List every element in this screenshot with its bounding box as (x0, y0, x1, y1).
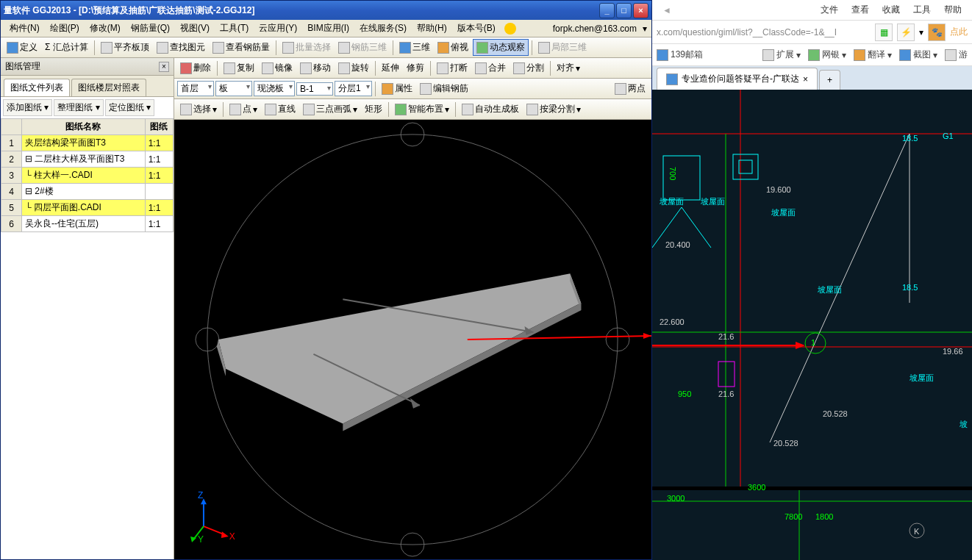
table-row[interactable]: 6吴永良--住宅(五层)1:1 (1, 216, 174, 232)
mail-button[interactable]: 139邮箱 (657, 49, 703, 61)
align-button[interactable]: 对齐 ▾ (554, 60, 583, 76)
mirror-button[interactable]: 镜像 (259, 60, 296, 76)
arc-button[interactable]: 三点画弧 ▾ (300, 101, 360, 117)
menu-view[interactable]: 查看 (851, 4, 869, 16)
beam-split-button[interactable]: 按梁分割 ▾ (523, 101, 584, 117)
go-button[interactable]: ▦ (875, 24, 893, 41)
cast-select[interactable]: 现浇板 (254, 81, 295, 96)
find-element-button[interactable]: 查找图元 (154, 40, 208, 55)
minimize-button[interactable]: _ (599, 3, 615, 18)
select-button[interactable]: 选择 ▾ (177, 101, 220, 117)
url-text[interactable]: x.com/question/giml/list?__ClassCode=-1&… (657, 27, 871, 37)
align-slab-button[interactable]: 平齐板顶 (98, 40, 152, 55)
close-button[interactable]: × (633, 3, 648, 18)
maximize-button[interactable]: □ (616, 3, 632, 18)
break-button[interactable]: 打断 (434, 60, 471, 76)
batch-select-button[interactable]: 批量选择 (279, 40, 334, 55)
tab-close-icon[interactable]: × (803, 74, 808, 85)
type-select[interactable]: 板 (215, 81, 252, 96)
dropdown-icon[interactable]: ▾ (919, 27, 923, 37)
menu-item[interactable]: 工具(T) (215, 21, 253, 36)
menu-item[interactable]: 帮助(H) (412, 21, 451, 36)
viewport[interactable]: 删除 复制 镜像 移动 旋转 延伸 修剪 打断 合并 分割 对齐 ▾ 首层 板 … (174, 58, 651, 559)
orbit-button[interactable]: 动态观察 (473, 39, 529, 56)
line-button[interactable]: 直线 (262, 101, 299, 117)
emoji-icon[interactable] (504, 23, 516, 35)
rebar-qty-button[interactable]: 查看钢筋量 (210, 40, 273, 55)
menu-item[interactable]: 修改(M) (85, 21, 125, 36)
rotate-button[interactable]: 旋转 (335, 60, 372, 76)
local-3d-button[interactable]: 局部三维 (535, 40, 590, 55)
new-tab-button[interactable]: + (819, 70, 840, 90)
organize-drawing-button[interactable]: 整理图纸 ▾ (54, 99, 103, 116)
menu-item[interactable]: 绘图(P) (46, 21, 84, 36)
props-button[interactable]: 属性 (379, 81, 415, 96)
trim-button[interactable]: 修剪 (404, 60, 427, 76)
define-icon (7, 42, 18, 54)
dropdown-icon[interactable]: ▾ (643, 24, 647, 34)
code-select[interactable]: B-1 (296, 82, 333, 96)
menu-fav[interactable]: 收藏 (882, 4, 900, 16)
arrow-left-icon[interactable]: ◄ (662, 5, 671, 15)
edit-rebar-button[interactable]: 编辑钢筋 (417, 81, 471, 96)
menu-item[interactable]: 构件(N) (5, 21, 44, 36)
delete-button[interactable]: 删除 (177, 60, 214, 76)
split-button[interactable]: 分割 (510, 60, 547, 76)
point-button[interactable]: 点 ▾ (226, 101, 260, 117)
cad-viewer[interactable]: 18.5 G1 700 坡屋面 坡屋面 坡屋面 19.600 20.400 坡屋… (652, 90, 972, 560)
table-row[interactable]: 4⊟ 2#楼 (1, 184, 174, 200)
bank-button[interactable]: 网银 ▾ (808, 49, 846, 61)
game-button[interactable]: 游 (945, 49, 968, 61)
twopoint-button[interactable]: 两点 (612, 81, 648, 96)
grid-header: 图纸名称 图纸 (1, 119, 174, 135)
menu-tools[interactable]: 工具 (913, 4, 931, 16)
user-email[interactable]: forpk.chen@163.com (548, 22, 641, 35)
view-3d-button[interactable]: 三维 (396, 40, 433, 55)
viewport-toolbar-3: 选择 ▾ 点 ▾ 直线 三点画弧 ▾ 矩形 智能布置 ▾ 自动生成板 按梁分割 … (174, 99, 651, 120)
smart-layout-button[interactable]: 智能布置 ▾ (392, 101, 452, 117)
menu-item[interactable]: 视图(V) (176, 21, 214, 36)
menu-item[interactable]: 在线服务(S) (355, 21, 411, 36)
3d-canvas[interactable]: Z X Y (174, 120, 651, 559)
tab-file-list[interactable]: 图纸文件列表 (4, 79, 70, 96)
sidebar-close-button[interactable]: × (159, 62, 169, 72)
screenshot-button[interactable]: 截图 ▾ (899, 49, 937, 61)
drawing-grid[interactable]: 图纸名称 图纸 1夹层结构梁平面图T31:1 2⊟ 二层柱大样及平面图T31:1… (1, 118, 174, 559)
merge-button[interactable]: 合并 (472, 60, 509, 76)
browser-tab[interactable]: 专业造价问题答疑平台-广联达 × (657, 68, 818, 90)
extensions-button[interactable]: 扩展 ▾ (762, 49, 801, 61)
rebar-3d-button[interactable]: 钢筋三维 (335, 40, 390, 55)
dim-label: 3000 (667, 494, 685, 503)
menu-item[interactable]: 云应用(Y) (254, 21, 301, 36)
top-view-button[interactable]: 俯视 (435, 40, 471, 55)
menu-help[interactable]: 帮助 (944, 4, 962, 16)
paw-icon[interactable]: 🐾 (928, 24, 946, 41)
translate-button[interactable]: 翻译 ▾ (854, 49, 892, 61)
floor-select[interactable]: 首层 (177, 81, 214, 96)
menu-file[interactable]: 文件 (821, 4, 838, 16)
autogen-button[interactable]: 自动生成板 (459, 101, 522, 117)
locate-drawing-button[interactable]: 定位图纸 ▾ (105, 99, 154, 116)
table-row[interactable]: 1夹层结构梁平面图T31:1 (1, 135, 174, 151)
menu-item[interactable]: BIM应用(I) (303, 21, 354, 36)
click-here-link[interactable]: 点此 (950, 26, 968, 38)
copy-button[interactable]: 复制 (221, 60, 257, 76)
tab-floor-map[interactable]: 图纸楼层对照表 (71, 79, 146, 96)
sum-button[interactable]: Σ 汇总计算 (42, 40, 91, 55)
toolbar-1: 定义 Σ 汇总计算 平齐板顶 查找图元 查看钢筋量 批量选择 钢筋三维 三维 俯… (1, 37, 651, 58)
define-button[interactable]: 定义 (4, 40, 40, 55)
table-row[interactable]: 3 └ 柱大样一.CADI1:1 (1, 168, 174, 184)
menu-item[interactable]: 版本号(B) (453, 21, 500, 36)
browser-window: ◄ 文件 查看 收藏 工具 帮助 x.com/question/giml/lis… (652, 0, 972, 560)
add-drawing-button[interactable]: 添加图纸 ▾ (3, 99, 52, 116)
dim-label: 19.600 (766, 185, 791, 194)
table-row[interactable]: 2⊟ 二层柱大样及平面图T31:1 (1, 151, 174, 168)
menu-item[interactable]: 钢筋量(Q) (126, 21, 174, 36)
move-button[interactable]: 移动 (297, 60, 334, 76)
svg-marker-19 (221, 531, 229, 538)
table-row[interactable]: 5 └ 四层平面图.CADI1:1 (1, 200, 174, 216)
layer-select[interactable]: 分层1 (335, 81, 372, 96)
lightning-icon[interactable]: ⚡ (897, 24, 915, 41)
extend-button[interactable]: 延伸 (379, 60, 402, 76)
rect-button[interactable]: 矩形 (362, 101, 385, 117)
